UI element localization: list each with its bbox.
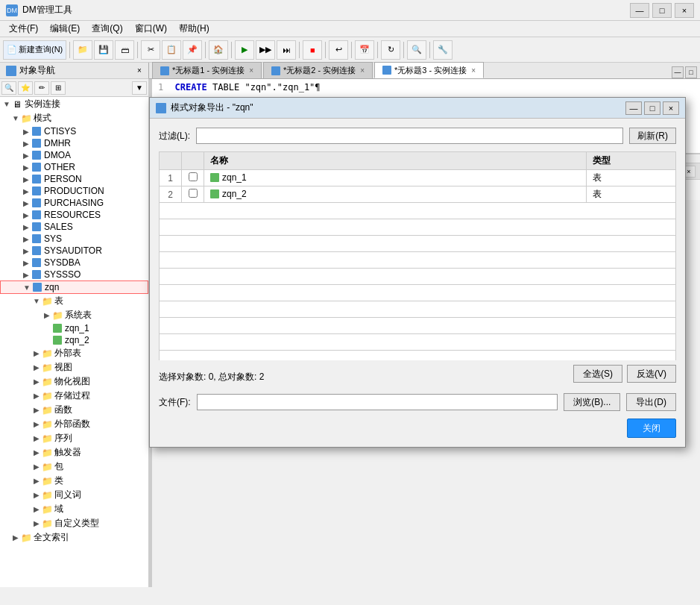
tree-schema-syssso[interactable]: ▶ SYSSSO (0, 269, 148, 280)
home-button[interactable]: 🏠 (209, 40, 228, 60)
file-input[interactable] (197, 394, 558, 410)
tree-schema-other[interactable]: ▶ OTHER (0, 161, 148, 173)
schema-icon-dmhr (31, 138, 42, 148)
tab-close-3[interactable]: × (471, 66, 476, 75)
tree-sys-tables[interactable]: ▶ 📁 系统表 (0, 308, 148, 322)
run-all-button[interactable]: ▶▶ (256, 40, 275, 60)
menu-query[interactable]: 查询(Q) (86, 21, 128, 37)
new-query-button[interactable]: 📄 新建查询(N) (3, 40, 66, 60)
tree-class[interactable]: ▶ 📁 类 (0, 474, 148, 488)
copy-button[interactable]: 📋 (162, 40, 181, 60)
menu-file[interactable]: 文件(F) (3, 21, 44, 37)
nav-close-button[interactable]: × (133, 66, 145, 76)
tree-schema-sales[interactable]: ▶ SALES (0, 221, 148, 233)
tree-trigger[interactable]: ▶ 📁 触发器 (0, 445, 148, 460)
stop-button[interactable]: ■ (303, 40, 322, 60)
undo-button[interactable]: ↩ (329, 40, 348, 60)
tree-schema-resources[interactable]: ▶ RESOURCES (0, 209, 148, 221)
tab-untitled2[interactable]: *无标题2 - 实例连接 × (263, 62, 373, 78)
tab-panel-restore[interactable]: □ (685, 66, 697, 78)
modal-minimize-button[interactable]: — (625, 101, 642, 115)
maximize-button[interactable]: □ (652, 3, 672, 18)
tree-synonym[interactable]: ▶ 📁 同义词 (0, 488, 148, 502)
select-all-button[interactable]: 全选(S) (573, 365, 622, 383)
label-ctisys: CTISYS (44, 126, 76, 137)
filter-input[interactable] (196, 128, 623, 144)
tree-seq[interactable]: ▶ 📁 序列 (0, 431, 148, 445)
tree-view[interactable]: ▶ 📁 视图 (0, 360, 148, 374)
tree-zqn1-table[interactable]: zqn_1 (0, 322, 148, 334)
tools-button[interactable]: 🔧 (433, 40, 453, 60)
minimize-button[interactable]: — (630, 3, 649, 18)
paste-button[interactable]: 📌 (183, 40, 202, 60)
tree-schema-sysdba[interactable]: ▶ SYSDBA (0, 257, 148, 269)
tree-proc[interactable]: ▶ 📁 存储过程 (0, 389, 148, 403)
schedule-button[interactable]: 📅 (355, 40, 374, 60)
modal-title-buttons: — □ × (625, 101, 679, 115)
export-button[interactable]: 导出(D) (626, 393, 676, 411)
toggle-sales: ▶ (21, 222, 31, 232)
save-button[interactable]: 💾 (94, 40, 113, 60)
refresh-button[interactable]: 刷新(R) (629, 128, 676, 144)
close-button[interactable]: 关闭 (627, 419, 676, 438)
tree-schema-person[interactable]: ▶ PERSON (0, 173, 148, 185)
invert-button[interactable]: 反选(V) (627, 365, 676, 383)
label-mat-view: 物化视图 (54, 375, 90, 388)
open-button[interactable]: 📁 (73, 40, 92, 60)
objects-table-scroll[interactable]: 名称 类型 1 zqn_1 表 (159, 151, 676, 360)
row1-check[interactable] (182, 170, 204, 186)
tree-zqn2-table[interactable]: zqn_2 (0, 334, 148, 346)
tree-domain[interactable]: ▶ 📁 域 (0, 502, 148, 516)
tab-panel-minimize[interactable]: — (672, 66, 684, 78)
tree-schema-group[interactable]: ▼ 📁 模式 (0, 111, 148, 125)
tree-func[interactable]: ▶ 📁 函数 (0, 403, 148, 417)
tree-mat-view[interactable]: ▶ 📁 物化视图 (0, 374, 148, 389)
tree-schema-sysauditor[interactable]: ▶ SYSAUDITOR (0, 245, 148, 257)
tree-schema-ctisys[interactable]: ▶ CTISYS (0, 125, 148, 137)
tree-schema-dmoa[interactable]: ▶ DMOA (0, 149, 148, 161)
tree-ext-func[interactable]: ▶ 📁 外部函数 (0, 417, 148, 431)
tree-schema-production[interactable]: ▶ PRODUCTION (0, 185, 148, 197)
tree-ext-table[interactable]: ▶ 📁 外部表 (0, 346, 148, 360)
tree-schema-zqn[interactable]: ▼ zqn (0, 280, 148, 294)
toggle-view: ▶ (31, 363, 42, 373)
tab-close-2[interactable]: × (360, 66, 365, 75)
tree-fulltext[interactable]: ▶ 📁 全文索引 (0, 530, 148, 545)
menu-help[interactable]: 帮助(H) (173, 21, 215, 37)
tree-pkg[interactable]: ▶ 📁 包 (0, 460, 148, 474)
tree-root-instance[interactable]: ▼ 🖥 实例连接 (0, 97, 148, 111)
save-all-button[interactable]: 🗃 (115, 40, 134, 60)
refresh-button[interactable]: ↻ (381, 40, 400, 60)
modal-close-x-button[interactable]: × (663, 101, 679, 115)
tab-untitled1[interactable]: *无标题1 - 实例连接 × (152, 62, 262, 78)
nav-chevron-button[interactable]: ▼ (132, 81, 147, 95)
search-button[interactable]: 🔍 (407, 40, 426, 60)
nav-edit-button[interactable]: ✏ (34, 81, 49, 95)
tab-close-1[interactable]: × (249, 66, 253, 75)
modal-icon (156, 103, 166, 113)
label-person: PERSON (44, 174, 82, 184)
menu-window[interactable]: 窗口(W) (129, 21, 173, 37)
menu-edit[interactable]: 编辑(E) (44, 21, 86, 37)
row2-check[interactable] (182, 186, 204, 203)
tree-schema-sys[interactable]: ▶ SYS (0, 233, 148, 245)
nav-search-button[interactable]: 🔍 (1, 81, 16, 95)
run-button[interactable]: ▶ (235, 40, 254, 60)
tree-root-label: 实例连接 (25, 98, 60, 110)
tab-untitled3[interactable]: *无标题3 - 实例连接 × (374, 62, 484, 78)
col-type: 类型 (587, 152, 676, 170)
run-query-button[interactable]: ⏭ (277, 40, 296, 60)
nav-tree: ▼ 🖥 实例连接 ▼ 📁 模式 ▶ CTISYS ▶ DMHR (0, 97, 148, 587)
folder-mat-view: 📁 (42, 377, 52, 387)
nav-grid-button[interactable]: ⊞ (51, 81, 66, 95)
browse-button[interactable]: 浏览(B)... (564, 393, 620, 411)
row1-name: zqn_1 (204, 170, 587, 186)
close-button[interactable]: × (675, 3, 694, 18)
tree-schema-purchasing[interactable]: ▶ PURCHASING (0, 197, 148, 209)
tree-zqn-table-group[interactable]: ▼ 📁 表 (0, 294, 148, 308)
tree-custom-type[interactable]: ▶ 📁 自定义类型 (0, 516, 148, 530)
cut-button[interactable]: ✂ (141, 40, 160, 60)
tree-schema-dmhr[interactable]: ▶ DMHR (0, 137, 148, 149)
modal-maximize-button[interactable]: □ (644, 101, 660, 115)
nav-star-button[interactable]: ⭐ (18, 81, 33, 95)
